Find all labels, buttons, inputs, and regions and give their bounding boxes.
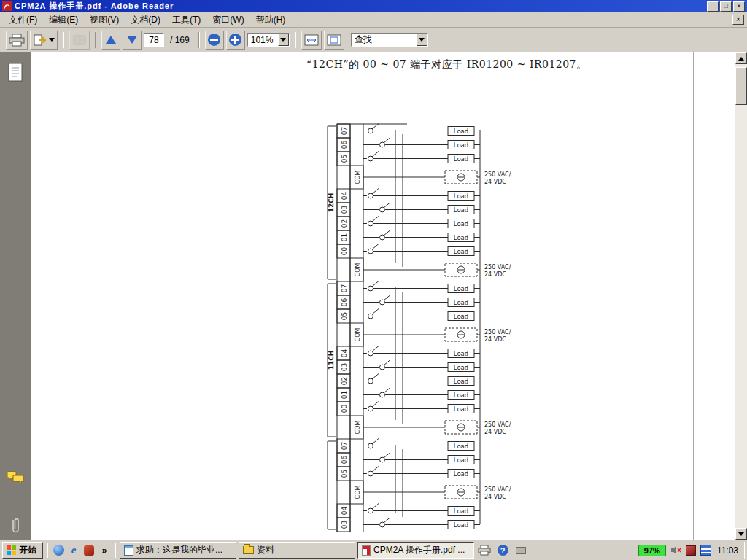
menubar: 文件(F) 编辑(E) 视图(V) 文档(D) 工具(T) 窗口(W) 帮助(H… [0, 12, 747, 28]
menu-help[interactable]: 帮助(H) [250, 12, 292, 28]
svg-text:04: 04 [341, 507, 348, 516]
svg-text:04: 04 [341, 349, 348, 358]
svg-text:COM: COM [355, 421, 361, 435]
pages-panel-button[interactable] [7, 63, 24, 82]
start-label: 开始 [19, 544, 36, 556]
volume-muted-icon[interactable] [670, 545, 681, 555]
minimize-button[interactable]: _ [707, 1, 719, 12]
svg-text:05: 05 [341, 470, 348, 478]
adobe-reader-app-icon [2, 1, 12, 11]
quicklaunch-app2-button[interactable] [82, 544, 96, 557]
menu-edit[interactable]: 编辑(E) [43, 12, 84, 28]
page-number-input[interactable] [144, 33, 164, 47]
task-button-folder[interactable]: 资料 [239, 542, 355, 559]
internet-explorer-icon: e [71, 544, 77, 556]
toolbar-separator [295, 32, 296, 48]
attachments-panel-button[interactable] [7, 516, 24, 535]
task-button-forum[interactable]: 求助：这是我的毕业... [120, 542, 236, 559]
restore-button[interactable]: □ [720, 1, 732, 12]
menu-window[interactable]: 窗口(W) [206, 12, 249, 28]
disabled-tool-button [69, 31, 90, 50]
red-app-icon [84, 545, 94, 556]
scroll-up-button[interactable] [735, 52, 747, 64]
svg-text:250 VAC/: 250 VAC/ [484, 486, 511, 493]
svg-text:07: 07 [341, 284, 348, 292]
zoom-dropdown-button[interactable] [278, 34, 289, 46]
pdf-page[interactable]: “12CH”的 00 ~ 07 端子对应于 IR01200 ~ IR01207。… [31, 52, 735, 540]
menu-view[interactable]: 视图(V) [84, 12, 125, 28]
desktop-screen: CPM2A 操作手册.pdf - Adobe Reader _ □ × 文件(F… [0, 0, 747, 560]
next-page-button[interactable] [123, 31, 142, 50]
export-icon [33, 34, 47, 47]
svg-text:Load: Load [454, 443, 468, 450]
round-app-icon [53, 545, 64, 556]
help-tray-button[interactable]: ? [495, 542, 511, 559]
quicklaunch-more-button[interactable]: » [98, 544, 111, 557]
zoom-level-select[interactable]: 101% [247, 33, 290, 47]
svg-text:06: 06 [341, 298, 348, 307]
menu-tools[interactable]: 工具(T) [166, 12, 206, 28]
svg-text:24 VDC: 24 VDC [484, 271, 506, 278]
menu-document[interactable]: 文档(D) [125, 12, 166, 28]
svg-text:24 VDC: 24 VDC [484, 179, 506, 185]
printer-tray-button[interactable] [476, 542, 492, 559]
task-button-pdf-active[interactable]: CPM2A 操作手册.pdf ... [357, 542, 474, 559]
svg-text:Load: Load [454, 141, 468, 149]
zoom-level-value: 101% [248, 35, 278, 45]
svg-text:COM: COM [355, 328, 361, 342]
svg-text:250 VAC/: 250 VAC/ [484, 264, 511, 271]
task-label: 资料 [257, 544, 274, 556]
scroll-down-button[interactable] [735, 528, 747, 540]
svg-text:01: 01 [341, 233, 348, 241]
toolbar-separator [95, 32, 96, 48]
scroll-down-icon [738, 532, 744, 536]
svg-text:COM: COM [355, 171, 361, 184]
find-dropdown-button[interactable] [417, 34, 427, 46]
navigation-panel-strip [0, 52, 31, 540]
ime-language-icon[interactable] [700, 545, 711, 556]
svg-text:06: 06 [341, 141, 348, 149]
find-input[interactable] [352, 35, 417, 45]
toolbar-separator [63, 32, 64, 48]
next-page-icon [127, 36, 137, 44]
pages-icon [8, 63, 23, 82]
taskbar-divider [47, 543, 48, 558]
quicklaunch-ie-button[interactable]: e [67, 544, 80, 557]
start-button[interactable]: 开始 [2, 542, 43, 559]
svg-text:250 VAC/: 250 VAC/ [484, 329, 511, 335]
device-tray-button[interactable] [513, 542, 529, 559]
svg-text:04: 04 [341, 192, 348, 201]
tray-app-icon[interactable] [686, 545, 696, 556]
document-close-button[interactable]: × [732, 15, 744, 25]
fit-width-button[interactable] [301, 31, 322, 50]
svg-text:03: 03 [341, 363, 348, 371]
close-button[interactable]: × [733, 1, 745, 12]
fit-width-icon [304, 34, 319, 46]
battery-indicator[interactable]: 97% [638, 545, 666, 556]
find-box[interactable] [351, 33, 428, 47]
vertical-scrollbar[interactable] [735, 52, 747, 540]
help-icon: ? [498, 545, 508, 556]
svg-text:12CH: 12CH [328, 193, 335, 213]
svg-text:Load: Load [454, 128, 468, 135]
export-button[interactable] [30, 31, 58, 50]
document-area: “12CH”的 00 ~ 07 端子对应于 IR01200 ~ IR01207。… [0, 52, 747, 540]
previous-page-button[interactable] [101, 31, 120, 50]
zoom-in-icon [229, 34, 241, 46]
svg-text:00: 00 [341, 247, 348, 256]
zoom-out-button[interactable] [205, 31, 224, 50]
print-button[interactable] [6, 31, 28, 50]
fit-page-button[interactable] [324, 31, 344, 50]
zoom-in-button[interactable] [226, 31, 245, 50]
previous-page-icon [106, 36, 116, 44]
menu-file[interactable]: 文件(F) [3, 12, 43, 28]
window-controls: _ □ × [707, 1, 745, 12]
scrollbar-thumb[interactable] [735, 67, 747, 105]
comments-panel-button[interactable] [7, 468, 24, 487]
svg-text:Load: Load [454, 456, 468, 464]
svg-text:Load: Load [454, 155, 468, 163]
svg-text:07: 07 [341, 442, 348, 450]
folder-icon [243, 546, 254, 554]
quicklaunch-app1-button[interactable] [52, 544, 65, 557]
export-dropdown-icon[interactable] [49, 38, 55, 42]
